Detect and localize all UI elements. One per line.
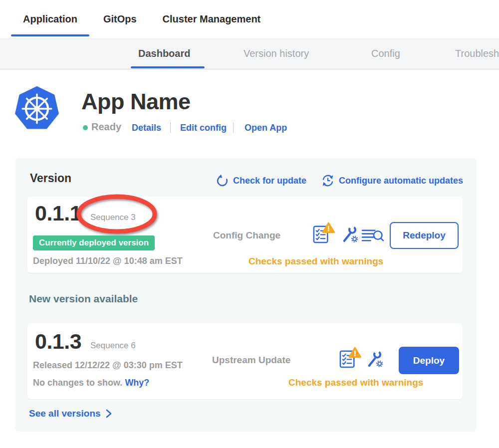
link-divider	[233, 122, 234, 133]
see-all-versions-label: See all versions	[29, 408, 101, 419]
status-dot	[83, 125, 88, 130]
no-changes-text: No changes to show. Why?	[33, 378, 149, 388]
tab-gitops[interactable]: GitOps	[91, 0, 149, 38]
view-diff-icon[interactable]	[361, 227, 384, 244]
current-checks-warning: Checks passed with warnings	[249, 256, 383, 267]
released-timestamp: Released 12/12/22 @ 03:30 pm EST	[33, 360, 183, 371]
edit-config-wrench-icon[interactable]	[365, 349, 384, 369]
no-changes-label: No changes to show.	[33, 378, 122, 388]
version-heading: Version	[30, 172, 71, 185]
deploy-button[interactable]: Deploy	[399, 347, 459, 374]
app-dashboard-screen: Application GitOps Cluster Management Da…	[0, 0, 499, 448]
link-divider	[170, 122, 171, 133]
tab-troubleshoot[interactable]: Troubleshoot	[455, 48, 499, 59]
available-version-type: Upstream Update	[212, 355, 290, 366]
open-app-link[interactable]: Open App	[245, 123, 287, 133]
current-version-type: Config Change	[213, 230, 280, 241]
active-tab-underline	[131, 66, 205, 68]
check-for-update-label: Check for update	[233, 176, 306, 186]
tab-dashboard[interactable]: Dashboard	[138, 48, 190, 59]
details-link[interactable]: Details	[132, 123, 161, 133]
currently-deployed-badge: Currently deployed version	[33, 235, 155, 250]
current-version-number: 0.1.1	[35, 201, 81, 225]
see-all-versions-link[interactable]: See all versions	[29, 408, 112, 419]
auto-update-clock-icon	[321, 174, 334, 187]
configure-automatic-updates-label: Configure automatic updates	[339, 176, 463, 186]
kubernetes-logo-icon	[13, 84, 61, 132]
check-for-update-link[interactable]: Check for update	[216, 175, 306, 187]
configure-automatic-updates-link[interactable]: Configure automatic updates	[321, 174, 463, 187]
tab-cluster-management[interactable]: Cluster Management	[151, 0, 273, 38]
preflight-checks-icon[interactable]	[312, 222, 335, 244]
edit-config-wrench-icon[interactable]	[340, 224, 359, 244]
new-version-heading: New version available	[29, 293, 138, 305]
version-panel-actions: Check for update Configure automatic upd…	[216, 174, 463, 187]
refresh-icon	[216, 175, 229, 187]
chevron-right-icon	[106, 409, 112, 418]
tab-config[interactable]: Config	[371, 48, 400, 59]
preflight-checks-icon[interactable]	[338, 346, 362, 369]
tab-version-history[interactable]: Version history	[244, 48, 309, 59]
current-version-sequence: Sequence 3	[90, 213, 136, 223]
top-navigation: Application GitOps Cluster Management	[11, 0, 272, 38]
deployed-timestamp: Deployed 11/10/22 @ 10:48 am EST	[33, 256, 183, 266]
available-checks-warning: Checks passed with warnings	[288, 377, 423, 388]
available-version-sequence: Sequence 6	[90, 341, 136, 351]
why-link[interactable]: Why?	[125, 378, 149, 388]
available-version-number: 0.1.3	[35, 329, 81, 354]
page-title: App Name	[81, 89, 191, 115]
redeploy-button[interactable]: Redeploy	[390, 222, 459, 249]
tab-application[interactable]: Application	[11, 0, 89, 38]
edit-config-link[interactable]: Edit config	[180, 123, 227, 133]
status-label: Ready	[91, 121, 121, 133]
